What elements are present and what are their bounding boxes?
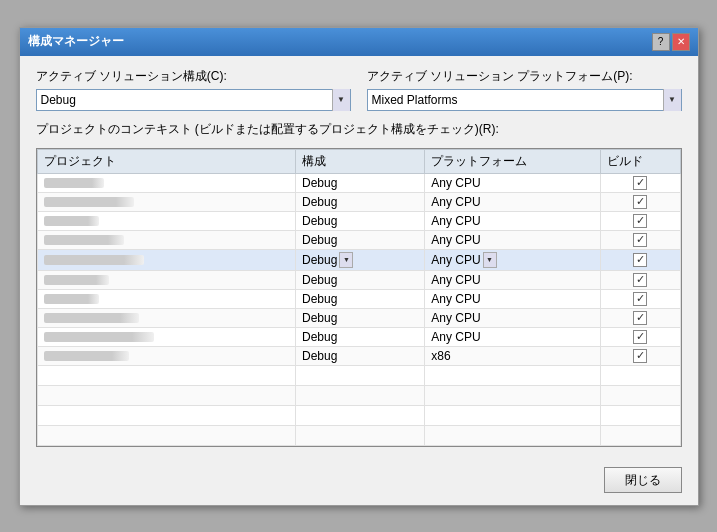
build-checkbox[interactable]	[633, 176, 647, 190]
config-cell: Debug	[295, 346, 424, 365]
project-name-cell	[37, 230, 295, 249]
project-name-blurred	[44, 178, 104, 188]
project-name-blurred	[44, 197, 134, 207]
project-table-container: プロジェクト 構成 プラットフォーム ビルド DebugAny CPUDebug…	[36, 148, 682, 447]
active-config-select[interactable]: Debug	[36, 89, 351, 111]
config-cell: Debug	[295, 308, 424, 327]
empty-cell	[425, 405, 601, 425]
empty-cell	[295, 365, 424, 385]
table-row: DebugAny CPU	[37, 249, 680, 270]
project-name-blurred	[44, 216, 99, 226]
platform-cell: Any CPU	[425, 308, 601, 327]
build-checkbox[interactable]	[633, 233, 647, 247]
active-platform-value: Mixed Platforms	[368, 89, 663, 111]
project-name-cell	[37, 249, 295, 270]
empty-cell	[37, 385, 295, 405]
dialog-title: 構成マネージャー	[28, 33, 124, 50]
config-cell: Debug	[295, 249, 424, 270]
active-platform-select[interactable]: Mixed Platforms	[367, 89, 682, 111]
project-name-blurred	[44, 255, 144, 265]
empty-cell	[425, 425, 601, 445]
project-name-cell	[37, 327, 295, 346]
config-cell: Debug	[295, 230, 424, 249]
build-cell[interactable]	[601, 346, 680, 365]
title-bar-buttons: ? ✕	[652, 33, 690, 51]
build-cell[interactable]	[601, 249, 680, 270]
platform-cell: Any CPU	[425, 230, 601, 249]
active-config-arrow[interactable]	[332, 89, 350, 111]
empty-cell	[295, 385, 424, 405]
config-cell: Debug	[295, 173, 424, 192]
table-row: DebugAny CPU	[37, 192, 680, 211]
config-cell: Debug	[295, 192, 424, 211]
active-platform-col: アクティブ ソリューション プラットフォーム(P): Mixed Platfor…	[367, 68, 682, 111]
empty-cell	[295, 405, 424, 425]
build-cell[interactable]	[601, 192, 680, 211]
build-cell[interactable]	[601, 230, 680, 249]
active-platform-label: アクティブ ソリューション プラットフォーム(P):	[367, 68, 682, 85]
build-cell[interactable]	[601, 173, 680, 192]
table-row: DebugAny CPU	[37, 327, 680, 346]
active-platform-arrow[interactable]	[663, 89, 681, 111]
build-checkbox[interactable]	[633, 349, 647, 363]
platform-cell: Any CPU	[425, 289, 601, 308]
empty-cell	[425, 365, 601, 385]
config-cell: Debug	[295, 327, 424, 346]
table-row-empty	[37, 365, 680, 385]
empty-cell	[37, 365, 295, 385]
table-row-empty	[37, 385, 680, 405]
table-row: Debugx86	[37, 346, 680, 365]
close-button[interactable]: 閉じる	[604, 467, 682, 493]
active-config-value: Debug	[37, 89, 332, 111]
build-checkbox[interactable]	[633, 273, 647, 287]
project-name-blurred	[44, 294, 99, 304]
config-cell: Debug	[295, 211, 424, 230]
table-row: DebugAny CPU	[37, 173, 680, 192]
build-cell[interactable]	[601, 211, 680, 230]
active-config-label: アクティブ ソリューション構成(C):	[36, 68, 351, 85]
empty-cell	[601, 365, 680, 385]
col-header-build: ビルド	[601, 149, 680, 173]
project-name-cell	[37, 192, 295, 211]
platform-cell: Any CPU	[425, 327, 601, 346]
build-cell[interactable]	[601, 327, 680, 346]
project-name-cell	[37, 289, 295, 308]
build-cell[interactable]	[601, 289, 680, 308]
platform-cell: Any CPU	[425, 173, 601, 192]
config-platform-row: アクティブ ソリューション構成(C): Debug アクティブ ソリューション …	[36, 68, 682, 111]
empty-cell	[601, 425, 680, 445]
empty-cell	[37, 425, 295, 445]
platform-cell: Any CPU	[425, 211, 601, 230]
project-name-cell	[37, 270, 295, 289]
col-header-project: プロジェクト	[37, 149, 295, 173]
title-bar: 構成マネージャー ? ✕	[20, 28, 698, 56]
project-name-blurred	[44, 351, 129, 361]
config-dropdown[interactable]	[339, 252, 353, 268]
empty-cell	[601, 385, 680, 405]
help-button[interactable]: ?	[652, 33, 670, 51]
context-label: プロジェクトのコンテキスト (ビルドまたは配置するプロジェクト構成をチェック)(…	[36, 121, 682, 138]
build-checkbox[interactable]	[633, 330, 647, 344]
table-row: DebugAny CPU	[37, 230, 680, 249]
build-checkbox[interactable]	[633, 195, 647, 209]
table-row-empty	[37, 405, 680, 425]
build-cell[interactable]	[601, 270, 680, 289]
empty-cell	[601, 405, 680, 425]
table-row: DebugAny CPU	[37, 270, 680, 289]
platform-dropdown[interactable]	[483, 252, 497, 268]
empty-cell	[37, 405, 295, 425]
build-cell[interactable]	[601, 308, 680, 327]
project-name-blurred	[44, 275, 109, 285]
build-checkbox[interactable]	[633, 292, 647, 306]
platform-cell: x86	[425, 346, 601, 365]
build-checkbox[interactable]	[633, 253, 647, 267]
table-row: DebugAny CPU	[37, 308, 680, 327]
project-name-blurred	[44, 313, 139, 323]
build-checkbox[interactable]	[633, 311, 647, 325]
project-name-cell	[37, 173, 295, 192]
project-name-cell	[37, 308, 295, 327]
empty-cell	[295, 425, 424, 445]
build-checkbox[interactable]	[633, 214, 647, 228]
table-row: DebugAny CPU	[37, 289, 680, 308]
close-title-button[interactable]: ✕	[672, 33, 690, 51]
